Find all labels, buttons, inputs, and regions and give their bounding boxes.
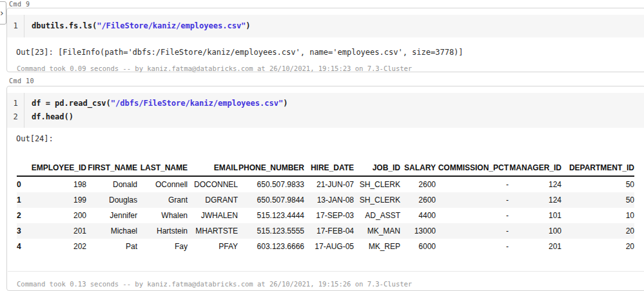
table-cell: - [436,208,509,223]
cmd9-code-editor[interactable]: 1 dbutils.fs.ls("/FileStore/kaniz/employ… [7,15,644,37]
table-cell: 10 [561,208,634,223]
table-cell: 2600 [400,176,436,192]
table-cell: 20 [561,239,634,254]
table-cell: 17-SEP-03 [304,208,354,223]
column-header: PHONE_NUMBER [238,159,304,176]
code-line: 1 df = pd.read_csv("/dbfs/FileStore/kani… [7,97,644,110]
table-cell: Whalen [137,208,188,223]
table-cell: 13-JAN-08 [304,192,354,208]
table-cell: Pat [86,239,137,254]
column-header: COMMISSION_PCT [436,159,509,176]
table-cell: - [436,239,509,254]
table-row: 1199DouglasGrantDGRANT650.507.984413-JAN… [17,192,634,208]
column-header: LAST_NAME [137,159,188,176]
table-cell: 200 [31,208,86,223]
sidebar-toggle-button[interactable]: › [0,1,6,25]
column-header: JOB_ID [354,159,400,176]
cmd9-cell: 1 dbutils.fs.ls("/FileStore/kaniz/employ… [6,8,644,72]
table-cell: 603.123.6666 [238,239,304,254]
table-cell: 650.507.9844 [238,192,304,208]
column-header: EMAIL [188,159,238,176]
table-cell: MK_REP [354,239,400,254]
table-cell: 202 [31,239,86,254]
cmd10-label: Cmd 10 [9,77,34,85]
table-cell: 2600 [400,192,436,208]
table-row: 3201MichaelHartsteinMHARTSTE515.123.5555… [17,223,634,239]
column-header: FIRST_NAME [86,159,137,176]
table-cell: DOCONNEL [188,176,238,192]
table-cell: 124 [509,176,561,192]
table-cell: Michael [86,223,137,239]
table-cell: 515.123.4444 [238,208,304,223]
table-cell: 6000 [400,239,436,254]
table-cell: 198 [31,176,86,192]
string-token: "/FileStore/kaniz/employees.csv" [97,21,246,30]
code-token: dbutils.fs.ls( [32,21,97,30]
column-header: DEPARTMENT_ID [561,159,634,176]
table-cell: SH_CLERK [354,192,400,208]
table-cell: Douglas [86,192,137,208]
table-cell: 515.123.5555 [238,223,304,239]
code-token: df = pd.read_csv( [32,99,111,108]
row-index: 0 [17,176,31,192]
header-row: EMPLOYEE_IDFIRST_NAMELAST_NAMEEMAILPHONE… [17,159,634,176]
table-cell: JWHALEN [188,208,238,223]
result-table-header: EMPLOYEE_IDFIRST_NAMELAST_NAMEEMAILPHONE… [17,159,634,176]
table-cell: OConnell [137,176,188,192]
table-cell: - [436,192,509,208]
table-cell: Hartstein [137,223,188,239]
table-cell: 199 [31,192,86,208]
result-table-body: 0198DonaldOConnellDOCONNEL650.507.983321… [17,176,634,254]
code-line: 1 dbutils.fs.ls("/FileStore/kaniz/employ… [7,19,644,33]
cmd10-code-editor[interactable]: 1 df = pd.read_csv("/dbfs/FileStore/kani… [7,93,644,128]
row-index: 2 [17,208,31,223]
string-token: "/dbfs/FileStore/kaniz/employees.csv" [111,99,283,108]
cmd9-label: Cmd 9 [9,1,30,8]
table-cell: SH_CLERK [354,176,400,192]
table-row: 0198DonaldOConnellDOCONNEL650.507.983321… [17,176,634,192]
column-header: HIRE_DATE [304,159,354,176]
line-number: 1 [7,97,24,110]
chevron-right-icon: › [0,8,5,17]
table-cell: 4400 [400,208,436,223]
code-line-text: df = pd.read_csv("/dbfs/FileStore/kaniz/… [32,97,288,110]
output-footer-divider [8,271,644,272]
column-header: MANAGER_ID [509,159,561,176]
table-cell: 13000 [400,223,436,239]
table-row: 4202PatFayPFAY603.123.666617-AUG-05MK_RE… [17,239,634,254]
table-cell: 124 [509,192,561,208]
table-cell: Donald [86,176,137,192]
code-line: 2 df.head() [7,110,644,124]
result-table: EMPLOYEE_IDFIRST_NAMELAST_NAMEEMAILPHONE… [17,159,634,254]
table-cell: 50 [561,192,634,208]
column-header: SALARY [400,159,436,176]
table-cell: 100 [509,223,561,239]
table-cell: - [436,176,509,192]
table-cell: AD_ASST [354,208,400,223]
row-index: 3 [17,223,31,239]
line-number: 1 [7,19,24,33]
code-token: ) [246,21,250,30]
notebook-canvas: › Cmd 9 1 dbutils.fs.ls("/FileStore/kani… [0,0,644,291]
column-header: EMPLOYEE_ID [31,159,86,176]
table-cell: 201 [509,239,561,254]
code-line-text: dbutils.fs.ls("/FileStore/kaniz/employee… [32,19,251,33]
table-cell: 17-AUG-05 [304,239,354,254]
table-row: 2200JenniferWhalenJWHALEN515.123.444417-… [17,208,634,223]
table-cell: 17-FEB-04 [304,223,354,239]
row-index: 1 [17,192,31,208]
table-cell: - [436,223,509,239]
cmd10-status-text: Command took 0.13 seconds -- by kaniz.fa… [17,279,644,288]
table-cell: DGRANT [188,192,238,208]
cmd9-output-text: Out[23]: [FileInfo(path='dbfs:/FileStore… [16,47,644,57]
table-cell: 201 [31,223,86,239]
row-index: 4 [17,239,31,254]
line-number: 2 [7,110,24,124]
table-cell: MK_MAN [354,223,400,239]
table-cell: Fay [137,239,188,254]
table-cell: Jennifer [86,208,137,223]
code-token: ) [283,99,288,108]
table-cell: MHARTSTE [188,223,238,239]
cmd9-status-text: Command took 0.09 seconds -- by kaniz.fa… [17,64,644,73]
column-header [17,159,31,176]
